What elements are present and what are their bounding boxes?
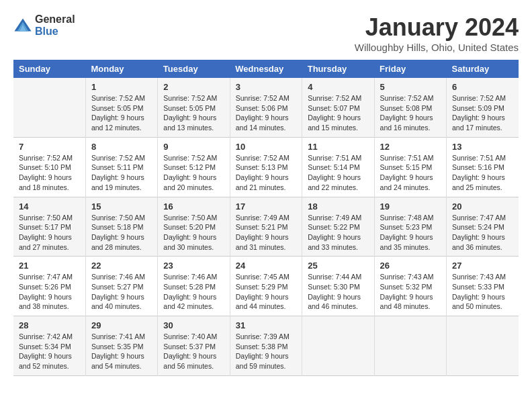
calendar-cell: 30Sunrise: 7:40 AM Sunset: 5:37 PM Dayli… [158,316,230,376]
day-number: 4 [308,82,368,92]
calendar-cell: 29Sunrise: 7:41 AM Sunset: 5:35 PM Dayli… [85,316,157,376]
day-info: Sunrise: 7:52 AM Sunset: 5:08 PM Dayligh… [380,93,441,133]
day-number: 19 [380,201,441,212]
calendar-cell: 5Sunrise: 7:52 AM Sunset: 5:08 PM Daylig… [374,78,446,137]
calendar-table: SundayMondayTuesdayWednesdayThursdayFrid… [13,60,519,376]
day-number: 16 [163,201,224,212]
day-info: Sunrise: 7:52 AM Sunset: 5:05 PM Dayligh… [91,93,152,133]
day-info: Sunrise: 7:39 AM Sunset: 5:38 PM Dayligh… [236,332,296,371]
logo: General Blue [13,13,75,37]
day-number: 8 [91,142,152,152]
calendar-cell: 10Sunrise: 7:52 AM Sunset: 5:13 PM Dayli… [230,137,302,197]
day-info: Sunrise: 7:46 AM Sunset: 5:28 PM Dayligh… [163,272,224,312]
day-info: Sunrise: 7:52 AM Sunset: 5:09 PM Dayligh… [452,93,513,133]
day-number: 15 [91,201,152,212]
calendar-cell: 11Sunrise: 7:51 AM Sunset: 5:14 PM Dayli… [302,137,374,197]
day-number: 31 [236,320,296,330]
weekday-header: Monday [85,60,157,78]
calendar-cell: 1Sunrise: 7:52 AM Sunset: 5:05 PM Daylig… [85,78,157,137]
calendar-cell: 16Sunrise: 7:50 AM Sunset: 5:20 PM Dayli… [158,197,230,257]
calendar-cell: 14Sunrise: 7:50 AM Sunset: 5:17 PM Dayli… [13,197,85,257]
calendar-cell: 4Sunrise: 7:52 AM Sunset: 5:07 PM Daylig… [302,78,374,137]
calendar-week-row: 28Sunrise: 7:42 AM Sunset: 5:34 PM Dayli… [13,316,519,376]
day-number: 13 [452,142,513,152]
weekday-header: Thursday [302,60,374,78]
calendar-cell: 7Sunrise: 7:52 AM Sunset: 5:10 PM Daylig… [13,137,85,197]
calendar-header-row: SundayMondayTuesdayWednesdayThursdayFrid… [13,60,519,78]
day-number: 11 [308,142,368,152]
day-number: 21 [19,261,80,271]
calendar-cell: 31Sunrise: 7:39 AM Sunset: 5:38 PM Dayli… [230,316,302,376]
logo-general-text: General [35,13,75,26]
calendar-cell [13,78,85,137]
calendar-cell: 27Sunrise: 7:43 AM Sunset: 5:33 PM Dayli… [447,257,519,316]
logo-text: General Blue [35,13,75,37]
day-info: Sunrise: 7:52 AM Sunset: 5:07 PM Dayligh… [308,93,368,133]
day-number: 24 [236,261,296,271]
day-info: Sunrise: 7:52 AM Sunset: 5:05 PM Dayligh… [163,93,224,133]
day-number: 30 [163,320,224,330]
day-number: 17 [236,201,296,212]
calendar-subtitle: Willoughby Hills, Ohio, United States [355,42,519,53]
day-number: 1 [91,82,152,92]
weekday-header: Friday [374,60,446,78]
calendar-cell: 8Sunrise: 7:52 AM Sunset: 5:11 PM Daylig… [85,137,157,197]
calendar-cell: 20Sunrise: 7:47 AM Sunset: 5:24 PM Dayli… [447,197,519,257]
day-info: Sunrise: 7:44 AM Sunset: 5:30 PM Dayligh… [308,272,368,312]
day-number: 5 [380,82,441,92]
logo-blue-text: Blue [35,26,75,38]
calendar-cell: 2Sunrise: 7:52 AM Sunset: 5:05 PM Daylig… [158,78,230,137]
day-info: Sunrise: 7:50 AM Sunset: 5:17 PM Dayligh… [19,213,80,253]
calendar-cell: 24Sunrise: 7:45 AM Sunset: 5:29 PM Dayli… [230,257,302,316]
day-info: Sunrise: 7:52 AM Sunset: 5:10 PM Dayligh… [19,153,80,193]
title-block: January 2024 Willoughby Hills, Ohio, Uni… [355,13,519,53]
day-number: 18 [308,201,368,212]
page-header: General Blue January 2024 Willoughby Hil… [13,13,519,53]
calendar-cell: 13Sunrise: 7:51 AM Sunset: 5:16 PM Dayli… [447,137,519,197]
calendar-cell: 9Sunrise: 7:52 AM Sunset: 5:12 PM Daylig… [158,137,230,197]
weekday-header: Saturday [447,60,519,78]
day-info: Sunrise: 7:49 AM Sunset: 5:22 PM Dayligh… [308,213,368,253]
day-info: Sunrise: 7:51 AM Sunset: 5:14 PM Dayligh… [308,153,368,193]
day-number: 7 [19,142,80,152]
day-info: Sunrise: 7:43 AM Sunset: 5:32 PM Dayligh… [380,272,441,312]
day-number: 25 [308,261,368,271]
calendar-cell: 17Sunrise: 7:49 AM Sunset: 5:21 PM Dayli… [230,197,302,257]
calendar-cell: 19Sunrise: 7:48 AM Sunset: 5:23 PM Dayli… [374,197,446,257]
day-number: 27 [452,261,513,271]
calendar-cell: 3Sunrise: 7:52 AM Sunset: 5:06 PM Daylig… [230,78,302,137]
calendar-cell: 18Sunrise: 7:49 AM Sunset: 5:22 PM Dayli… [302,197,374,257]
day-info: Sunrise: 7:41 AM Sunset: 5:35 PM Dayligh… [91,332,152,371]
day-info: Sunrise: 7:49 AM Sunset: 5:21 PM Dayligh… [236,213,296,253]
day-info: Sunrise: 7:46 AM Sunset: 5:27 PM Dayligh… [91,272,152,312]
day-number: 10 [236,142,296,152]
day-info: Sunrise: 7:50 AM Sunset: 5:18 PM Dayligh… [91,213,152,253]
day-info: Sunrise: 7:52 AM Sunset: 5:12 PM Dayligh… [163,153,224,193]
day-number: 2 [163,82,224,92]
logo-icon [13,16,32,35]
calendar-cell [447,316,519,376]
calendar-cell: 25Sunrise: 7:44 AM Sunset: 5:30 PM Dayli… [302,257,374,316]
day-number: 28 [19,320,80,330]
calendar-cell: 12Sunrise: 7:51 AM Sunset: 5:15 PM Dayli… [374,137,446,197]
calendar-week-row: 14Sunrise: 7:50 AM Sunset: 5:17 PM Dayli… [13,197,519,257]
calendar-cell: 22Sunrise: 7:46 AM Sunset: 5:27 PM Dayli… [85,257,157,316]
day-info: Sunrise: 7:52 AM Sunset: 5:13 PM Dayligh… [236,153,296,193]
weekday-header: Sunday [13,60,85,78]
calendar-title: January 2024 [355,13,519,42]
day-info: Sunrise: 7:48 AM Sunset: 5:23 PM Dayligh… [380,213,441,253]
day-info: Sunrise: 7:42 AM Sunset: 5:34 PM Dayligh… [19,332,80,371]
day-info: Sunrise: 7:47 AM Sunset: 5:24 PM Dayligh… [452,213,513,253]
day-info: Sunrise: 7:51 AM Sunset: 5:16 PM Dayligh… [452,153,513,193]
day-info: Sunrise: 7:47 AM Sunset: 5:26 PM Dayligh… [19,272,80,312]
calendar-cell: 6Sunrise: 7:52 AM Sunset: 5:09 PM Daylig… [447,78,519,137]
calendar-cell: 15Sunrise: 7:50 AM Sunset: 5:18 PM Dayli… [85,197,157,257]
calendar-cell [374,316,446,376]
weekday-header: Wednesday [230,60,302,78]
day-number: 26 [380,261,441,271]
calendar-cell: 23Sunrise: 7:46 AM Sunset: 5:28 PM Dayli… [158,257,230,316]
calendar-cell: 28Sunrise: 7:42 AM Sunset: 5:34 PM Dayli… [13,316,85,376]
calendar-week-row: 21Sunrise: 7:47 AM Sunset: 5:26 PM Dayli… [13,257,519,316]
day-number: 20 [452,201,513,212]
day-info: Sunrise: 7:50 AM Sunset: 5:20 PM Dayligh… [163,213,224,253]
